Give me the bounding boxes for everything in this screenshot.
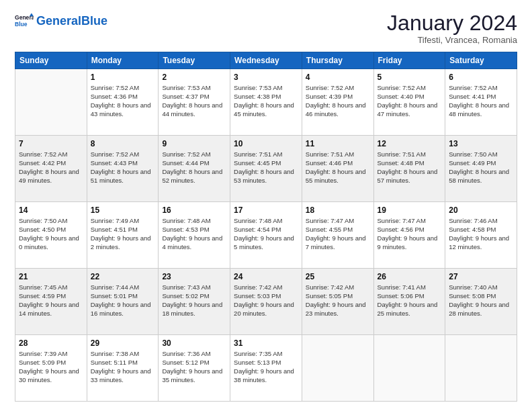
day-number: 13 [449, 138, 513, 149]
cell-info: Sunrise: 7:47 AMSunset: 4:55 PMDaylight:… [306, 217, 370, 251]
cell-info: Sunrise: 7:52 AMSunset: 4:43 PMDaylight:… [91, 150, 155, 185]
table-cell: 19Sunrise: 7:47 AMSunset: 4:56 PMDayligh… [373, 202, 445, 269]
svg-text:Blue: Blue [15, 21, 28, 28]
cell-info: Sunrise: 7:52 AMSunset: 4:39 PMDaylight:… [306, 84, 370, 118]
table-cell: 1Sunrise: 7:52 AMSunset: 4:36 PMDaylight… [87, 69, 159, 136]
col-friday: Friday [373, 52, 445, 69]
table-cell [373, 335, 445, 402]
day-number: 7 [19, 138, 83, 149]
cell-info: Sunrise: 7:42 AMSunset: 5:03 PMDaylight:… [234, 283, 298, 318]
table-cell: 26Sunrise: 7:41 AMSunset: 5:06 PMDayligh… [373, 269, 445, 335]
col-monday: Monday [87, 52, 159, 69]
table-cell: 4Sunrise: 7:52 AMSunset: 4:39 PMDaylight… [302, 69, 373, 136]
table-cell: 12Sunrise: 7:51 AMSunset: 4:48 PMDayligh… [373, 136, 445, 202]
calendar-week-row: 21Sunrise: 7:45 AMSunset: 4:59 PMDayligh… [15, 269, 517, 335]
table-cell: 30Sunrise: 7:36 AMSunset: 5:12 PMDayligh… [159, 335, 230, 402]
table-cell: 11Sunrise: 7:51 AMSunset: 4:46 PMDayligh… [302, 136, 373, 202]
calendar-week-row: 14Sunrise: 7:50 AMSunset: 4:50 PMDayligh… [15, 202, 517, 269]
calendar-week-row: 7Sunrise: 7:52 AMSunset: 4:42 PMDaylight… [15, 136, 517, 202]
location: Tifesti, Vrancea, Romania [387, 35, 517, 45]
table-cell: 28Sunrise: 7:39 AMSunset: 5:09 PMDayligh… [15, 335, 87, 402]
cell-info: Sunrise: 7:51 AMSunset: 4:45 PMDaylight:… [234, 150, 298, 185]
table-cell [302, 335, 373, 402]
day-number: 4 [306, 72, 370, 83]
day-number: 9 [162, 138, 226, 149]
table-cell: 16Sunrise: 7:48 AMSunset: 4:53 PMDayligh… [159, 202, 230, 269]
day-number: 12 [378, 138, 442, 149]
table-cell: 7Sunrise: 7:52 AMSunset: 4:42 PMDaylight… [15, 136, 87, 202]
day-number: 25 [306, 271, 370, 282]
logo: General Blue GeneralBlue [15, 12, 107, 31]
day-number: 18 [306, 205, 370, 216]
cell-info: Sunrise: 7:49 AMSunset: 4:51 PMDaylight:… [91, 217, 155, 251]
cell-info: Sunrise: 7:35 AMSunset: 5:13 PMDaylight:… [234, 350, 298, 384]
table-cell: 25Sunrise: 7:42 AMSunset: 5:05 PMDayligh… [302, 269, 373, 335]
col-sunday: Sunday [15, 52, 87, 69]
cell-info: Sunrise: 7:42 AMSunset: 5:05 PMDaylight:… [306, 283, 370, 318]
day-number: 16 [162, 205, 226, 216]
day-number: 2 [162, 72, 226, 83]
cell-info: Sunrise: 7:36 AMSunset: 5:12 PMDaylight:… [162, 350, 226, 384]
cell-info: Sunrise: 7:52 AMSunset: 4:42 PMDaylight:… [19, 150, 83, 185]
table-cell: 8Sunrise: 7:52 AMSunset: 4:43 PMDaylight… [87, 136, 159, 202]
cell-info: Sunrise: 7:51 AMSunset: 4:48 PMDaylight:… [378, 150, 442, 185]
table-cell: 20Sunrise: 7:46 AMSunset: 4:58 PMDayligh… [445, 202, 517, 269]
table-cell: 23Sunrise: 7:43 AMSunset: 5:02 PMDayligh… [159, 269, 230, 335]
table-cell: 18Sunrise: 7:47 AMSunset: 4:55 PMDayligh… [302, 202, 373, 269]
day-number: 11 [306, 138, 370, 149]
title-area: January 2024 Tifesti, Vrancea, Romania [387, 12, 517, 45]
cell-info: Sunrise: 7:50 AMSunset: 4:49 PMDaylight:… [449, 150, 513, 185]
cell-info: Sunrise: 7:48 AMSunset: 4:53 PMDaylight:… [162, 217, 226, 251]
cell-info: Sunrise: 7:52 AMSunset: 4:41 PMDaylight:… [449, 84, 513, 118]
cell-info: Sunrise: 7:51 AMSunset: 4:46 PMDaylight:… [306, 150, 370, 185]
page: General Blue GeneralBlue January 2024 Ti… [0, 0, 532, 411]
month-title: January 2024 [387, 12, 517, 34]
cell-info: Sunrise: 7:43 AMSunset: 5:02 PMDaylight:… [162, 283, 226, 318]
day-number: 28 [19, 338, 83, 349]
logo-icon: General Blue [15, 12, 34, 31]
day-number: 22 [91, 271, 155, 282]
cell-info: Sunrise: 7:50 AMSunset: 4:50 PMDaylight:… [19, 217, 83, 251]
day-number: 24 [234, 271, 298, 282]
cell-info: Sunrise: 7:47 AMSunset: 4:56 PMDaylight:… [378, 217, 442, 251]
table-cell: 15Sunrise: 7:49 AMSunset: 4:51 PMDayligh… [87, 202, 159, 269]
col-wednesday: Wednesday [230, 52, 302, 69]
cell-info: Sunrise: 7:52 AMSunset: 4:36 PMDaylight:… [91, 84, 155, 118]
day-number: 26 [378, 271, 442, 282]
table-cell: 13Sunrise: 7:50 AMSunset: 4:49 PMDayligh… [445, 136, 517, 202]
header: General Blue GeneralBlue January 2024 Ti… [15, 12, 517, 45]
day-number: 3 [234, 72, 298, 83]
day-number: 1 [91, 72, 155, 83]
table-cell: 21Sunrise: 7:45 AMSunset: 4:59 PMDayligh… [15, 269, 87, 335]
day-number: 27 [449, 271, 513, 282]
calendar-header-row: Sunday Monday Tuesday Wednesday Thursday… [15, 52, 517, 69]
calendar-week-row: 28Sunrise: 7:39 AMSunset: 5:09 PMDayligh… [15, 335, 517, 402]
day-number: 15 [91, 205, 155, 216]
day-number: 23 [162, 271, 226, 282]
table-cell: 2Sunrise: 7:53 AMSunset: 4:37 PMDaylight… [159, 69, 230, 136]
calendar-table: Sunday Monday Tuesday Wednesday Thursday… [15, 52, 517, 402]
day-number: 31 [234, 338, 298, 349]
table-cell: 22Sunrise: 7:44 AMSunset: 5:01 PMDayligh… [87, 269, 159, 335]
table-cell: 17Sunrise: 7:48 AMSunset: 4:54 PMDayligh… [230, 202, 302, 269]
day-number: 17 [234, 205, 298, 216]
cell-info: Sunrise: 7:48 AMSunset: 4:54 PMDaylight:… [234, 217, 298, 251]
day-number: 30 [162, 338, 226, 349]
table-cell: 5Sunrise: 7:52 AMSunset: 4:40 PMDaylight… [373, 69, 445, 136]
cell-info: Sunrise: 7:41 AMSunset: 5:06 PMDaylight:… [378, 283, 442, 318]
day-number: 10 [234, 138, 298, 149]
day-number: 6 [449, 72, 513, 83]
table-cell: 31Sunrise: 7:35 AMSunset: 5:13 PMDayligh… [230, 335, 302, 402]
table-cell [15, 69, 87, 136]
col-thursday: Thursday [302, 52, 373, 69]
cell-info: Sunrise: 7:52 AMSunset: 4:44 PMDaylight:… [162, 150, 226, 185]
day-number: 14 [19, 205, 83, 216]
day-number: 19 [378, 205, 442, 216]
table-cell: 27Sunrise: 7:40 AMSunset: 5:08 PMDayligh… [445, 269, 517, 335]
day-number: 29 [91, 338, 155, 349]
table-cell: 9Sunrise: 7:52 AMSunset: 4:44 PMDaylight… [159, 136, 230, 202]
cell-info: Sunrise: 7:38 AMSunset: 5:11 PMDaylight:… [91, 350, 155, 384]
cell-info: Sunrise: 7:44 AMSunset: 5:01 PMDaylight:… [91, 283, 155, 318]
col-tuesday: Tuesday [159, 52, 230, 69]
logo-blue: Blue [81, 14, 107, 28]
